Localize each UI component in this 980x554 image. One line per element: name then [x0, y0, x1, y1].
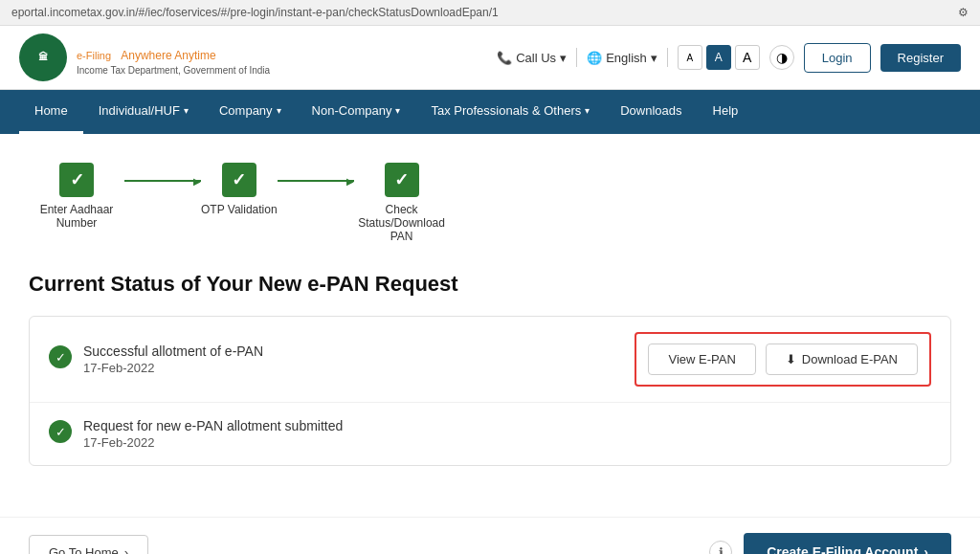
step-1: ✓ Enter Aadhaar Number — [29, 163, 124, 230]
stepper: ✓ Enter Aadhaar Number ✓ OTP Validation … — [29, 163, 951, 243]
nav-item-home[interactable]: Home — [19, 90, 83, 134]
header-divider-1 — [576, 48, 577, 67]
status-row-1-text: Successful allotment of e-PAN — [83, 343, 263, 359]
lang-arrow: ▾ — [651, 51, 657, 65]
step-1-label: Enter Aadhaar Number — [29, 203, 124, 230]
call-us[interactable]: 📞 Call Us ▾ — [497, 51, 567, 65]
page-title: Current Status of Your New e-PAN Request — [29, 272, 951, 297]
status-check-2: ✓ — [49, 420, 72, 443]
logo-subtitle: Income Tax Department, Government of Ind… — [77, 65, 270, 76]
info-icon[interactable]: ℹ — [709, 541, 732, 554]
status-row-2-date: 17-Feb-2022 — [83, 435, 343, 450]
login-button[interactable]: Login — [804, 43, 871, 73]
step-3: ✓ Check Status/Download PAN — [354, 163, 450, 243]
header-divider-2 — [667, 48, 668, 67]
status-row-2-left: ✓ Request for new e-PAN allotment submit… — [49, 418, 343, 450]
logo-emblem: 🏛 — [19, 33, 67, 81]
phone-icon: 📞 — [497, 51, 512, 65]
browser-bar: eportal.incometax.gov.in/#/iec/foservice… — [0, 0, 980, 26]
status-check-1: ✓ — [49, 345, 72, 368]
nav-arrow-individual: ▾ — [184, 105, 189, 116]
main-nav: Home Individual/HUF ▾ Company ▾ Non-Comp… — [0, 90, 980, 134]
status-row-2-text: Request for new e-PAN allotment submitte… — [83, 418, 343, 433]
view-epan-button[interactable]: View E-PAN — [648, 343, 755, 375]
status-row-2-info: Request for new e-PAN allotment submitte… — [83, 418, 343, 450]
go-home-button[interactable]: Go To Home › — [29, 535, 148, 555]
font-medium-button[interactable]: A — [706, 45, 731, 70]
contrast-button[interactable]: ◑ — [769, 45, 794, 70]
register-button[interactable]: Register — [880, 44, 961, 72]
status-row-1-info: Successful allotment of e-PAN 17-Feb-202… — [83, 343, 263, 375]
status-row-1-left: ✓ Successful allotment of e-PAN 17-Feb-2… — [49, 343, 263, 375]
step-3-label: Check Status/Download PAN — [354, 203, 450, 243]
footer-right: ℹ Create E-Filing Account › — [709, 533, 951, 554]
language-selector[interactable]: 🌐 English ▾ — [587, 51, 657, 65]
status-row-2: ✓ Request for new e-PAN allotment submit… — [30, 403, 950, 465]
status-card: ✓ Successful allotment of e-PAN 17-Feb-2… — [29, 316, 951, 466]
nav-item-company[interactable]: Company ▾ — [204, 90, 297, 134]
nav-arrow-taxprofessionals: ▾ — [585, 105, 590, 116]
browser-settings-icon: ⚙ — [958, 6, 969, 19]
step-1-icon: ✓ — [59, 163, 94, 197]
nav-item-help[interactable]: Help — [698, 90, 754, 134]
create-account-arrow: › — [924, 544, 928, 554]
step-connector-1 — [124, 180, 201, 182]
step-3-icon: ✓ — [385, 163, 419, 197]
font-large-button[interactable]: A — [735, 45, 760, 70]
header-right: 📞 Call Us ▾ 🌐 English ▾ A A A ◑ Login Re… — [497, 43, 961, 73]
status-row-1-date: 17-Feb-2022 — [83, 361, 263, 375]
step-2-label: OTP Validation — [201, 203, 278, 216]
nav-item-individual[interactable]: Individual/HUF ▾ — [83, 90, 204, 134]
step-connector-2 — [278, 180, 354, 182]
header: 🏛 e-Filing Anywhere Anytime Income Tax D… — [0, 26, 980, 90]
nav-item-taxprofessionals[interactable]: Tax Professionals & Others ▾ — [415, 90, 605, 134]
footer-bar: Go To Home › ℹ Create E-Filing Account › — [0, 517, 980, 554]
font-controls: A A A — [678, 45, 760, 70]
call-us-arrow: ▾ — [560, 51, 567, 65]
main-content: ✓ Enter Aadhaar Number ✓ OTP Validation … — [0, 134, 980, 517]
globe-icon: 🌐 — [587, 51, 602, 65]
status-action-buttons: View E-PAN ⬇ Download E-PAN — [635, 332, 931, 387]
step-2: ✓ OTP Validation — [201, 163, 278, 216]
nav-arrow-company: ▾ — [277, 105, 281, 116]
logo-area: 🏛 e-Filing Anywhere Anytime Income Tax D… — [19, 33, 270, 81]
download-icon: ⬇ — [786, 352, 796, 366]
nav-item-noncompany[interactable]: Non-Company ▾ — [297, 90, 416, 134]
go-home-arrow: › — [124, 545, 128, 555]
step-2-icon: ✓ — [222, 163, 256, 197]
logo-efiling: e-Filing Anywhere Anytime — [77, 40, 270, 65]
browser-url: eportal.incometax.gov.in/#/iec/foservice… — [11, 6, 958, 19]
nav-item-downloads[interactable]: Downloads — [605, 90, 697, 134]
logo-text: e-Filing Anywhere Anytime Income Tax Dep… — [77, 40, 270, 76]
nav-arrow-noncompany: ▾ — [395, 105, 400, 116]
create-account-button[interactable]: Create E-Filing Account › — [744, 533, 951, 554]
font-small-button[interactable]: A — [678, 45, 702, 70]
download-epan-button[interactable]: ⬇ Download E-PAN — [766, 343, 918, 375]
status-row-1: ✓ Successful allotment of e-PAN 17-Feb-2… — [30, 317, 950, 403]
